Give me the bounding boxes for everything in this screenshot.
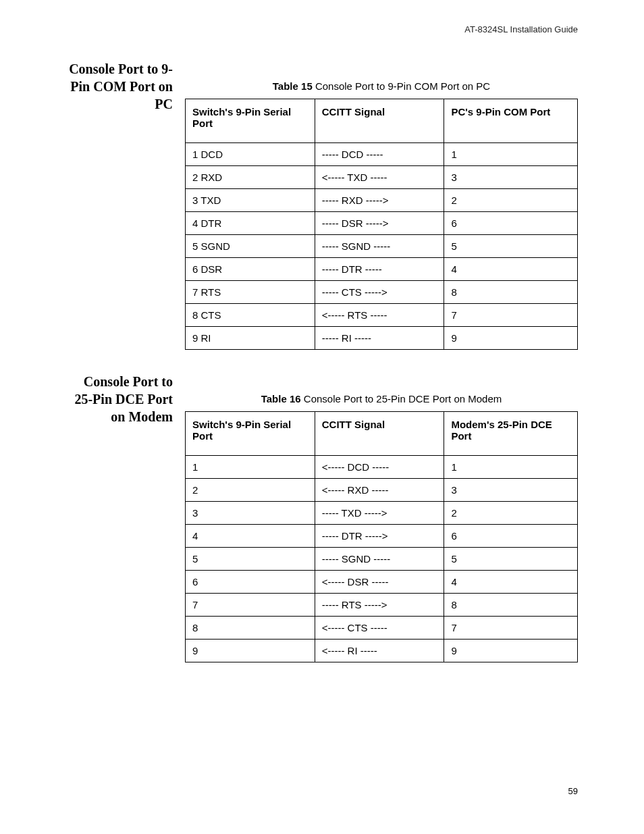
table-cell: 9 (186, 640, 315, 662)
table-cell: 3 (444, 479, 578, 502)
table-cell: 8 (444, 594, 578, 617)
table-row: 1<----- DCD -----1 (186, 456, 578, 479)
table-cell: ----- RTS -----> (315, 594, 444, 617)
table-cell: ----- DTR -----> (315, 525, 444, 548)
table-cell: ----- SGND ----- (315, 235, 444, 258)
table-cell: ----- SGND ----- (315, 548, 444, 571)
table-cell: 9 (444, 640, 578, 662)
table-row: 4----- DTR ----->6 (186, 525, 578, 548)
document-header: AT-8324SL Installation Guide (66, 24, 578, 34)
table-cell: 4 DTR (186, 212, 315, 235)
table-15-header-c2: CCITT Signal (315, 99, 444, 143)
table-cell: 7 (186, 594, 315, 617)
table-cell: <----- TXD ----- (315, 166, 444, 189)
table-16-caption-bold: Table 16 (261, 393, 301, 405)
table-row: 6 DSR----- DTR -----4 (186, 258, 578, 281)
table-cell: 8 (186, 617, 315, 640)
table-cell: 1 DCD (186, 143, 315, 166)
table-row: 3----- TXD ----->2 (186, 502, 578, 525)
table-15-caption-text: Console Port to 9-Pin COM Port on PC (313, 80, 490, 92)
table-cell: 2 (444, 189, 578, 212)
table-cell: 2 RXD (186, 166, 315, 189)
table-cell: 8 CTS (186, 304, 315, 327)
table-cell: 5 (444, 235, 578, 258)
table-cell: 9 (444, 327, 578, 350)
table-cell: <----- RXD ----- (315, 479, 444, 502)
table-cell: <----- RI ----- (315, 640, 444, 662)
table-cell: 7 RTS (186, 281, 315, 304)
table-16-header-c2: CCITT Signal (315, 412, 444, 456)
table-row: 4 DTR----- DSR ----->6 (186, 212, 578, 235)
section-heading-9pin: Console Port to 9-Pin COM Port on PC (66, 60, 185, 113)
table-row: 3 TXD----- RXD ----->2 (186, 189, 578, 212)
table-cell: 6 (444, 212, 578, 235)
table-16-caption-text: Console Port to 25-Pin DCE Port on Modem (301, 393, 502, 405)
table-16: Switch's 9-Pin Serial Port CCITT Signal … (185, 411, 578, 662)
table-cell: 5 (444, 548, 578, 571)
table-row: 8 CTS<----- RTS -----7 (186, 304, 578, 327)
table-16-header-c1: Switch's 9-Pin Serial Port (186, 412, 315, 456)
table-header-row: Switch's 9-Pin Serial Port CCITT Signal … (186, 99, 578, 143)
table-cell: <----- RTS ----- (315, 304, 444, 327)
table-cell: ----- CTS -----> (315, 281, 444, 304)
table-row: 5----- SGND -----5 (186, 548, 578, 571)
table-cell: ----- TXD -----> (315, 502, 444, 525)
table-row: 9 RI----- RI -----9 (186, 327, 578, 350)
table-row: 8<----- CTS -----7 (186, 617, 578, 640)
table-cell: 5 (186, 548, 315, 571)
table-cell: ----- DSR -----> (315, 212, 444, 235)
table-cell: <----- DSR ----- (315, 571, 444, 594)
table-cell: ----- DTR ----- (315, 258, 444, 281)
page-number: 59 (568, 786, 578, 796)
section-console-25pin: Console Port to 25-Pin DCE Port on Modem… (66, 373, 578, 662)
table-cell: 3 (444, 166, 578, 189)
table-header-row: Switch's 9-Pin Serial Port CCITT Signal … (186, 412, 578, 456)
table-cell: 4 (444, 258, 578, 281)
table-cell: 1 (444, 143, 578, 166)
table-row: 2 RXD<----- TXD -----3 (186, 166, 578, 189)
table-cell: 3 (186, 502, 315, 525)
table-16-header-c3: Modem's 25-Pin DCE Port (444, 412, 578, 456)
table-15-caption-bold: Table 15 (273, 80, 313, 92)
table-cell: 8 (444, 281, 578, 304)
table-cell: 5 SGND (186, 235, 315, 258)
table-cell: 6 DSR (186, 258, 315, 281)
table-15-header-c3: PC's 9-Pin COM Port (444, 99, 578, 143)
section-heading-25pin: Console Port to 25-Pin DCE Port on Modem (66, 373, 185, 425)
table-cell: 7 (444, 304, 578, 327)
table-row: 9<----- RI -----9 (186, 640, 578, 662)
table-cell: ----- RXD -----> (315, 189, 444, 212)
table-cell: 2 (444, 502, 578, 525)
table-row: 7 RTS----- CTS ----->8 (186, 281, 578, 304)
table-15: Switch's 9-Pin Serial Port CCITT Signal … (185, 99, 578, 350)
table-cell: 9 RI (186, 327, 315, 350)
table-cell: 4 (444, 571, 578, 594)
table-row: 5 SGND----- SGND -----5 (186, 235, 578, 258)
table-row: 7----- RTS ----->8 (186, 594, 578, 617)
table-cell: <----- DCD ----- (315, 456, 444, 479)
table-cell: 6 (186, 571, 315, 594)
table-cell: 1 (444, 456, 578, 479)
table-16-caption: Table 16 Console Port to 25-Pin DCE Port… (185, 393, 578, 405)
table-row: 2<----- RXD -----3 (186, 479, 578, 502)
table-cell: 7 (444, 617, 578, 640)
table-row: 6<----- DSR -----4 (186, 571, 578, 594)
table-cell: ----- RI ----- (315, 327, 444, 350)
table-cell: <----- CTS ----- (315, 617, 444, 640)
table-cell: ----- DCD ----- (315, 143, 444, 166)
table-15-header-c1: Switch's 9-Pin Serial Port (186, 99, 315, 143)
table-cell: 1 (186, 456, 315, 479)
table-row: 1 DCD----- DCD -----1 (186, 143, 578, 166)
table-cell: 3 TXD (186, 189, 315, 212)
table-cell: 2 (186, 479, 315, 502)
section-console-9pin: Console Port to 9-Pin COM Port on PC Tab… (66, 60, 578, 350)
table-cell: 6 (444, 525, 578, 548)
table-15-caption: Table 15 Console Port to 9-Pin COM Port … (185, 80, 578, 92)
table-cell: 4 (186, 525, 315, 548)
